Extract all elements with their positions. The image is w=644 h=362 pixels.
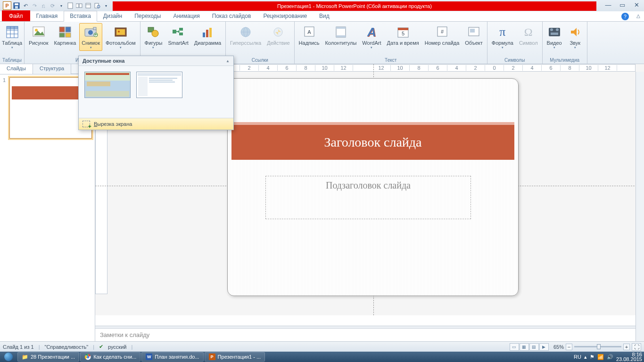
close-button[interactable]: ✕ [631, 1, 642, 8]
tab-animations[interactable]: Анимация [167, 11, 206, 21]
svg-rect-8 [95, 3, 99, 8]
zoom-level[interactable]: 65% [553, 344, 564, 350]
qat-item-icon[interactable]: ⎌ [40, 2, 47, 9]
taskbar-item[interactable]: PПрезентация1 - ... [205, 352, 265, 362]
slideshow-view-button[interactable]: ▶ [539, 343, 549, 351]
outline-tab[interactable]: Структура [33, 64, 71, 74]
tab-view[interactable]: Вид [313, 11, 336, 21]
group-label: Символы [489, 57, 540, 64]
svg-rect-21 [66, 33, 71, 37]
redo-icon[interactable]: ↷ [31, 2, 38, 9]
svg-rect-5 [79, 4, 82, 8]
tab-slideshow[interactable]: Показ слайдов [206, 11, 257, 21]
minimize-button[interactable]: — [603, 1, 614, 8]
svg-rect-20 [59, 33, 65, 37]
volume-icon[interactable]: 🔊 [607, 354, 613, 360]
slides-tab[interactable]: Слайды [0, 64, 33, 74]
clipart-button[interactable]: Картинка [52, 23, 79, 47]
spellcheck-icon[interactable]: ✔ [99, 344, 103, 350]
video-button[interactable]: Видео▾ [545, 23, 564, 51]
qat-item-icon[interactable]: ⟳ [49, 2, 56, 9]
help-icon[interactable]: ? [621, 13, 629, 20]
language-indicator[interactable]: русский [108, 344, 126, 350]
smartart-button[interactable]: SmartArt [165, 23, 190, 47]
print-preview-icon[interactable] [93, 2, 101, 9]
svg-rect-53 [470, 29, 475, 33]
reading-view-button[interactable]: ▤ [529, 343, 539, 351]
network-icon[interactable]: 📶 [597, 354, 604, 360]
subtitle-placeholder[interactable]: Подзаголовок слайда [265, 176, 471, 219]
headerfooter-button[interactable]: Колонтитулы [322, 23, 359, 47]
svg-rect-6 [86, 3, 91, 8]
chrome-icon [84, 354, 91, 360]
popup-header: Доступные окна▲ [79, 56, 233, 66]
language-indicator[interactable]: RU [574, 354, 581, 360]
photoalbum-button[interactable]: Фотоальбом▾ [103, 23, 138, 51]
svg-text:+: + [94, 32, 97, 37]
slide-canvas[interactable]: Заголовок слайда Подзаголовок слайда [227, 78, 519, 296]
svg-point-31 [152, 30, 158, 37]
tab-review[interactable]: Рецензирование [257, 11, 313, 21]
qat-item-icon[interactable] [75, 2, 83, 9]
equation-button[interactable]: πФормула▾ [489, 23, 516, 51]
qat-item-icon[interactable] [84, 2, 92, 9]
system-tray: RU ▴ ⚑ 📶 🔊 8:1623.08.2015 [574, 352, 644, 362]
tab-transitions[interactable]: Переходы [128, 11, 167, 21]
svg-rect-18 [59, 27, 65, 32]
table-button[interactable]: Таблица▾ [0, 23, 25, 51]
slide-indicator: Слайд 1 из 1 [3, 344, 34, 350]
svg-rect-37 [209, 28, 212, 37]
notes-spacer [95, 315, 636, 326]
tab-design[interactable]: Дизайн [97, 11, 128, 21]
taskbar-item[interactable]: 📁28 Презентации ... [17, 352, 79, 362]
vertical-scrollbar[interactable] [636, 72, 644, 341]
fit-to-window-button[interactable]: ⛶ [632, 343, 641, 351]
svg-rect-32 [173, 30, 176, 33]
zoom-out-button[interactable]: − [566, 344, 572, 350]
scroll-up-icon[interactable]: ▲ [226, 59, 230, 63]
save-icon[interactable] [13, 2, 20, 9]
zoom-slider[interactable] [574, 346, 621, 347]
object-button[interactable]: Объект [462, 23, 485, 47]
taskbar: 📁28 Презентации ... Как сделать сни... W… [0, 352, 644, 362]
chart-button[interactable]: Диаграмма [192, 23, 223, 47]
qat-dropdown-icon[interactable]: ▾ [58, 2, 65, 9]
tab-insert[interactable]: Вставка [64, 11, 97, 22]
zoom-in-button[interactable]: + [623, 344, 630, 350]
shapes-button[interactable]: Фигуры▾ [142, 23, 165, 51]
normal-view-button[interactable]: ▭ [510, 343, 519, 351]
screenshot-button[interactable]: +Снимок▾ [79, 23, 102, 51]
taskbar-item[interactable]: WПлан занятия.do... [141, 352, 203, 362]
hyperlink-button: Гиперссылка [228, 23, 264, 47]
tray-up-icon[interactable]: ▴ [584, 354, 587, 360]
svg-rect-1 [15, 3, 18, 5]
flag-icon[interactable]: ⚑ [590, 354, 594, 360]
clock[interactable]: 8:1623.08.2015 [616, 352, 642, 362]
title-placeholder[interactable]: Заголовок слайда [231, 122, 514, 160]
sorter-view-button[interactable]: ▦ [520, 343, 529, 351]
taskbar-item[interactable]: Как сделать сни... [80, 352, 140, 362]
notes-pane[interactable]: Заметки к слайду [95, 328, 636, 341]
window-thumbnail[interactable] [84, 72, 131, 98]
datetime-button[interactable]: 5Дата и время [385, 23, 421, 47]
window-title: Презентация1 - Microsoft PowerPoint (Сбо… [113, 1, 596, 11]
start-button[interactable] [0, 352, 17, 362]
app-logo[interactable]: P [3, 1, 11, 10]
tab-home[interactable]: Главная [30, 11, 64, 21]
slidenum-button[interactable]: #Номер слайда [422, 23, 462, 47]
svg-rect-48 [398, 28, 408, 30]
wordart-button[interactable]: AWordArt▾ [360, 23, 383, 51]
textbox-button[interactable]: AНадпись [297, 23, 322, 47]
maximize-button[interactable]: ▭ [617, 1, 628, 8]
collapse-ribbon-icon[interactable]: △ [636, 13, 640, 18]
powerpoint-icon: P [209, 354, 215, 360]
audio-button[interactable]: Звук▾ [565, 23, 585, 51]
window-thumbnail[interactable] [136, 72, 182, 98]
undo-icon[interactable]: ↶ [22, 2, 29, 9]
tab-file[interactable]: Файл [2, 10, 30, 21]
svg-rect-45 [336, 27, 346, 29]
picture-button[interactable]: Рисунок [26, 23, 51, 47]
screen-clipping-item[interactable]: Вырезка экрана [79, 118, 233, 130]
qat-item-icon[interactable] [66, 2, 74, 9]
qat-dropdown-icon[interactable]: ▾ [102, 2, 110, 9]
